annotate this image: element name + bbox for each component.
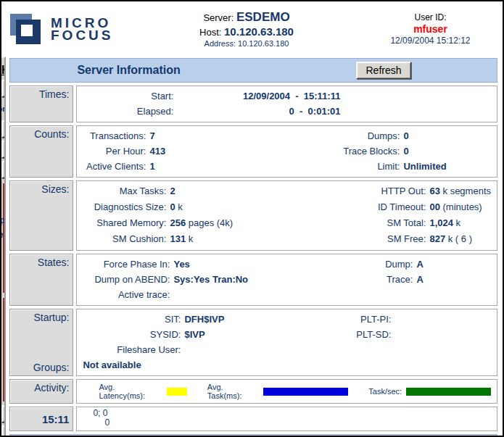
field-label: SYSID: — [83, 327, 184, 342]
field-value: A — [416, 272, 491, 287]
states-section: States: Force Phase In: Yes Dump: A Dump… — [9, 254, 497, 306]
avg-task-bar — [263, 388, 348, 396]
time-row-label: 15:11 — [9, 407, 73, 431]
field-value: 7 — [149, 128, 302, 143]
field-value: 0 - 0:01:01 — [177, 104, 340, 119]
field-label: Active trace: — [83, 287, 173, 302]
field-label: Active Clients: — [83, 159, 149, 174]
page-title: Server Information — [77, 64, 180, 77]
sizes-row: Max Tasks: 2 HTTP Out: 63 k segments — [83, 183, 491, 199]
logo-text: MICRO FOCUS — [51, 17, 114, 41]
field-label: SM Free: — [328, 231, 429, 247]
states-row: Dump on ABEND: Sys:Yes Tran:No Trace: A — [83, 272, 491, 287]
times-section: Times: Start: 12/09/2004 - 15:11:11 Elap… — [9, 86, 497, 122]
field-label: ID Timeout: — [328, 199, 429, 215]
field-value: Unlimited — [403, 159, 491, 174]
field-value: 00 (minutes) — [429, 199, 491, 215]
monitor-row: Monitor 1 15 — [1, 101, 4, 117]
activity-section: Activity: Avg. Latency(ms): Avg. Task(ms… — [9, 379, 497, 404]
radio-dump-label: Dump — [1, 215, 5, 225]
field-value: Yes — [173, 257, 329, 272]
field-value: 0 — [403, 143, 491, 159]
user-id-label: User ID: — [368, 12, 492, 22]
field-value: 131 k — [170, 231, 328, 247]
states-row: Force Phase In: Yes Dump: A — [83, 257, 491, 272]
field-value: 0 k — [170, 199, 328, 215]
field-label: SM Total: — [328, 215, 429, 231]
field-label: Diagnostics Size: — [83, 199, 170, 215]
states-row: Active trace: — [83, 287, 491, 302]
host-label: Host: — [199, 27, 221, 38]
field-label: HTTP Out: — [328, 183, 429, 199]
server-label: Server: — [203, 12, 234, 23]
field-label: Dumps: — [302, 128, 403, 143]
server-info-footer-bar: Server Information Refresh — [9, 434, 497, 437]
field-value: 0 — [403, 128, 491, 143]
task-sec-bar — [406, 388, 491, 396]
monitor-label: Monitor — [1, 104, 6, 113]
datetime: 12/09/2004 15:12:12 — [368, 36, 492, 46]
field-label: Start: — [83, 88, 177, 104]
field-value: 12/09/2004 - 15:11:11 — [177, 88, 340, 104]
field-label: Transactions: — [83, 128, 149, 143]
user-info: User ID: mfuser 12/09/2004 15:12:12 — [368, 12, 503, 46]
host-value: 10.120.63.180 — [224, 25, 294, 38]
counts-row: Transactions: 7 Dumps: 0 — [83, 128, 491, 143]
field-value: 2 — [170, 183, 328, 199]
startup-row: SYSID: $IVP PLT-SD: — [83, 327, 491, 342]
counts-row: Per Hour: 413 Trace Blocks: 0 — [83, 143, 491, 159]
logo-line-2: FOCUS — [51, 29, 114, 41]
sizes-row: Shared Memory: 256 pages (4k) SM Total: … — [83, 215, 491, 231]
field-label: Max Tasks: — [83, 183, 170, 199]
sizes-row: Diagnostics Size: 0 k ID Timeout: 00 (mi… — [83, 199, 491, 215]
times-elapsed-row: Elapsed: 0 - 0:01:01 — [83, 104, 491, 119]
field-label: SIT: — [83, 312, 184, 327]
microfocus-logo: MICRO FOCUS — [1, 12, 125, 46]
startup-label: Startup: — [14, 312, 69, 323]
groups-label: Groups: — [14, 362, 69, 373]
field-label: Force Phase In: — [83, 257, 173, 272]
startup-section: Startup: Groups: SIT: DFH$IVP PLT-PI: SY… — [9, 309, 497, 376]
field-label: Shared Memory: — [83, 215, 170, 231]
field-label: Trace: — [329, 272, 416, 287]
field-label: PLT-SD: — [313, 327, 394, 342]
latency-swatch — [167, 388, 187, 396]
main-panel: Server Information Refresh Times: Start:… — [6, 57, 503, 436]
avg-task-label: Avg. Task(ms): — [207, 383, 260, 400]
logo-front-square — [16, 20, 41, 44]
counts-section-label: Counts: — [9, 125, 73, 178]
field-label: SM Cushion: — [83, 231, 170, 247]
radio-trace-label: Trace — [1, 230, 3, 240]
server-info-header-bar: Server Information Refresh — [9, 58, 497, 83]
times-start-row: Start: 12/09/2004 - 15:11:11 — [83, 88, 491, 104]
user-id-value: mfuser — [368, 23, 492, 35]
refresh-button-top[interactable]: Refresh — [356, 62, 411, 79]
field-label: Elapsed: — [83, 104, 177, 119]
home-link[interactable]: Home — [1, 64, 4, 77]
server-name: ESDEMO — [236, 10, 290, 24]
field-value: A — [416, 257, 491, 272]
field-label: Dump: — [329, 257, 416, 272]
microfocus-logo-icon — [10, 12, 45, 46]
field-value: 827 k ( 6 ) — [429, 231, 491, 247]
field-value: 1,024 k — [429, 215, 491, 231]
field-value: Sys:Yes Tran:No — [173, 272, 329, 287]
sizes-row: SM Cushion: 131 k SM Free: 827 k ( 6 ) — [83, 231, 491, 247]
field-label: Fileshare User: — [83, 342, 184, 357]
activity-section-label: Activity: — [9, 379, 73, 404]
field-value: DFH$IVP — [184, 312, 313, 327]
field-value: $IVP — [184, 327, 313, 342]
field-value: 63 k segments — [429, 183, 491, 199]
app-window: MICRO FOCUS Server: ESDEMO Host: 10.120.… — [0, 0, 504, 437]
states-section-label: States: — [9, 254, 73, 306]
address-value: 10.120.63.180 — [238, 39, 289, 48]
time-row-section: 15:11 0; 0 0 — [9, 407, 497, 431]
field-label: Dump on ABEND: — [83, 272, 173, 287]
page-header: MICRO FOCUS Server: ESDEMO Host: 10.120.… — [1, 1, 503, 57]
groups-value: Not available — [83, 357, 491, 373]
task-sec-label: Task/sec: — [368, 387, 402, 396]
latency-label: Avg. Latency(ms): — [99, 383, 162, 400]
field-value: 1 — [149, 159, 302, 174]
startup-row: SIT: DFH$IVP PLT-PI: — [83, 312, 491, 327]
sizes-section-label: Sizes: — [9, 180, 73, 251]
